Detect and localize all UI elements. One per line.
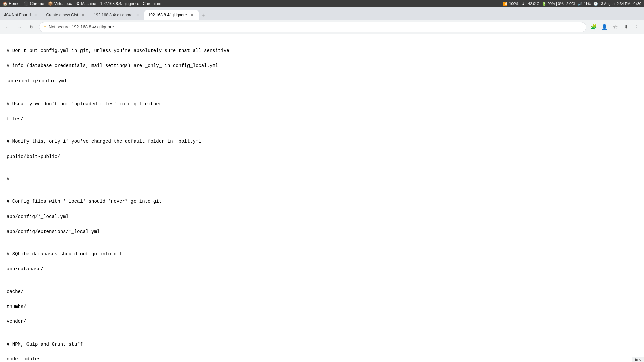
os-virtualbox[interactable]: 📦 Virtualbox	[48, 1, 72, 6]
content-line22: vendor/	[7, 318, 637, 325]
content-line14: app/config/*_local.yml	[7, 213, 637, 220]
tab-gitignore-2[interactable]: 192.168.8.4/.gitignore ✕	[144, 10, 199, 20]
download-icon[interactable]: ⬇	[621, 22, 631, 32]
tab-label: Create a new Gist	[46, 13, 78, 17]
content-line8: # Modify this, only if you've changed th…	[7, 138, 637, 145]
status-bar: Eng	[632, 357, 644, 362]
content-line11: # --------------------------------------…	[7, 175, 637, 183]
reload-button[interactable]: ↻	[27, 22, 36, 32]
menu-icon[interactable]: ⋮	[632, 22, 641, 32]
content-line25: node_modules	[7, 355, 637, 362]
status-text: Eng	[635, 357, 641, 361]
bookmark-icon[interactable]: ☆	[610, 22, 620, 32]
content-line3-highlighted: app/config/config.yml	[7, 77, 637, 85]
content-line18: app/database/	[7, 265, 637, 273]
os-machine[interactable]: ⚙ Machine	[76, 1, 96, 6]
content-line5: # Usually we don't put 'uploaded files' …	[7, 100, 637, 108]
content-line13: # Config files with '_local' should *nev…	[7, 198, 637, 205]
tab-label: 192.168.8.4/.gitignore	[148, 13, 187, 17]
content-line15: app/config/extensions/*_local.yml	[7, 228, 637, 235]
tab-create-gist[interactable]: Create a new Gist ✕	[42, 10, 90, 20]
content-line1: # Don't put config.yml in git, unless yo…	[7, 47, 637, 54]
url-text: 192.168.8.4/.gitignore	[72, 24, 114, 29]
back-button[interactable]: ←	[3, 22, 12, 32]
tab-close-btn[interactable]: ✕	[135, 12, 140, 18]
tab-label: 404 Not Found	[4, 13, 31, 17]
os-bar-right: 📶 100% 🌡 +42.0°C 🔋 99% | 0% 2.0Gi 🔊 41% …	[503, 2, 641, 6]
os-clock: 🕐 13 August 2:34 PM | 0x30	[593, 2, 641, 6]
content-line9: public/bolt-public/	[7, 153, 637, 160]
tab-bar: 404 Not Found ✕ Create a new Gist ✕ 192.…	[0, 7, 644, 20]
content-line20: cache/	[7, 288, 637, 295]
os-home[interactable]: 🏠 Home	[3, 1, 19, 6]
forward-button[interactable]: →	[15, 22, 24, 32]
chrome-window: 404 Not Found ✕ Create a new Gist ✕ 192.…	[0, 7, 644, 362]
content-line2: # info (database credentials, mail setti…	[7, 62, 637, 69]
content-line24: # NPM, Gulp and Grunt stuff	[7, 341, 637, 348]
tab-close-btn[interactable]: ✕	[189, 12, 195, 18]
address-bar-area: ← → ↻ ⚠ Not secure 192.168.8.4/.gitignor…	[0, 20, 644, 34]
extensions-icon[interactable]: 🧩	[589, 22, 598, 32]
new-tab-button[interactable]: +	[199, 11, 208, 20]
content-line6: files/	[7, 115, 637, 123]
tab-label: 192.168.8.4/.gitignore	[94, 13, 132, 17]
toolbar-icons: 🧩 👤 ☆ ⬇ ⋮	[589, 22, 641, 32]
address-bar[interactable]: ⚠ Not secure 192.168.8.4/.gitignore	[39, 22, 586, 32]
security-warning: ⚠	[43, 25, 47, 29]
os-ram: 2.0Gi	[566, 2, 575, 6]
page-content: # Don't put config.yml in git, unless yo…	[0, 34, 644, 362]
content-line21: thumbs/	[7, 303, 637, 310]
os-volume: 🔊 41%	[578, 2, 591, 6]
os-top-bar: 🏠 Home ⚫ Chrome 📦 Virtualbox ⚙ Machine 1…	[0, 0, 644, 7]
os-battery: 🔋 99% | 0%	[542, 2, 564, 6]
content-line17: # SQLite databases should not go into gi…	[7, 250, 637, 258]
os-wifi: 📶 100%	[503, 2, 518, 6]
tab-404-not-found[interactable]: 404 Not Found ✕	[0, 10, 42, 20]
tab-gitignore-1[interactable]: 192.168.8.4/.gitignore ✕	[90, 10, 144, 20]
os-temp: 🌡 +42.0°C	[521, 2, 539, 6]
tab-close-btn[interactable]: ✕	[33, 12, 38, 18]
os-url-display: 192.168.8.4/.gitignore - Chromium	[100, 1, 161, 6]
not-secure-label: Not secure	[49, 24, 70, 29]
os-bar-left: 🏠 Home ⚫ Chrome 📦 Virtualbox ⚙ Machine 1…	[3, 1, 161, 6]
tab-close-btn[interactable]: ✕	[80, 12, 86, 18]
chrome-profile-icon[interactable]: 👤	[600, 22, 609, 32]
os-chrome[interactable]: ⚫ Chrome	[23, 1, 44, 6]
